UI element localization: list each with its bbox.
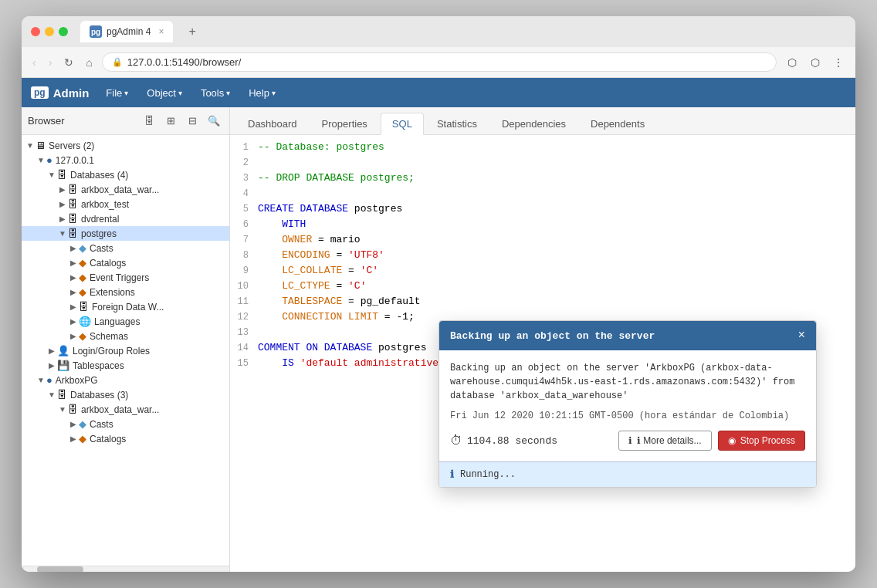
code-line-7: 7 OWNER = mario <box>230 234 855 249</box>
popup-actions: ⏱ 1104.88 seconds ℹ ℹ More details... ◉ <box>450 431 805 451</box>
sidebar-title: Browser <box>28 115 137 127</box>
title-bar: pg pgAdmin 4 × + <box>22 16 855 47</box>
content-tabs: Dashboard Properties SQL Statistics Depe… <box>230 107 855 135</box>
tree-item-dvdrental[interactable]: ▶ 🗄 dvdrental <box>22 211 229 226</box>
tree-item-arkbox-data-war[interactable]: ▶ 🗄 arkbox_data_war... <box>22 182 229 197</box>
more-details-button[interactable]: ℹ ℹ More details... <box>618 431 712 451</box>
main-layout: Browser 🗄 ⊞ ⊟ 🔍 ▼ 🖥 Servers (2) ▼ ● <box>22 107 855 572</box>
forward-button[interactable]: › <box>46 53 56 72</box>
popup-running-bar: ℹ Running... <box>439 461 816 487</box>
address-bar: ‹ › ↻ ⌂ 🔒 127.0.0.1:51490/browser/ ⬡ ⬡ ⋮ <box>22 47 855 78</box>
tree-item-foreign-data[interactable]: ▶ 🗄 Foreign Data W... <box>22 299 229 314</box>
chevron-down-icon: ▾ <box>226 89 230 97</box>
tab-favicon: pg <box>90 25 102 38</box>
url-bar[interactable]: 🔒 127.0.0.1:51490/browser/ <box>102 52 777 72</box>
code-line-8: 8 ENCODING = 'UTF8' <box>230 249 855 265</box>
code-line-1: 1 -- Database: postgres <box>230 141 855 157</box>
tree-item-arkbox-test[interactable]: ▶ 🗄 arkbox_test <box>22 197 229 211</box>
tab-statistics[interactable]: Statistics <box>425 113 489 134</box>
traffic-lights <box>31 27 68 36</box>
lock-icon: 🔒 <box>112 57 123 67</box>
popup-message: Backing up an object on the server 'Arkb… <box>450 361 805 403</box>
sidebar-table-icon[interactable]: ⊟ <box>183 112 201 130</box>
tab-dependents[interactable]: Dependents <box>579 113 656 134</box>
minimize-window-button[interactable] <box>45 27 54 36</box>
tree-item-extensions[interactable]: ▶ ◆ Extensions <box>22 285 229 299</box>
browser-tab[interactable]: pg pgAdmin 4 × <box>80 21 173 42</box>
maximize-window-button[interactable] <box>59 27 68 36</box>
code-line-5: 5 CREATE DATABASE postgres <box>230 203 855 218</box>
popup-header: Backing up an object on the server × <box>439 321 816 350</box>
tree-item-event-triggers[interactable]: ▶ ◆ Event Triggers <box>22 270 229 285</box>
url-text: 127.0.0.1:51490/browser/ <box>127 56 767 68</box>
code-line-10: 10 LC_CTYPE = 'C' <box>230 280 855 296</box>
refresh-button[interactable]: ↻ <box>61 53 76 72</box>
logo-badge: pg <box>31 86 49 99</box>
sidebar-grid-icon[interactable]: ⊞ <box>161 112 180 130</box>
menu-file[interactable]: File ▾ <box>98 83 136 103</box>
stop-process-button[interactable]: ◉ Stop Process <box>718 431 805 451</box>
code-line-9: 9 LC_COLLATE = 'C' <box>230 265 855 280</box>
menu-icon[interactable]: ⋮ <box>829 53 848 72</box>
sql-editor[interactable]: 1 -- Database: postgres 2 3 -- DROP DATA… <box>230 135 855 572</box>
info-icon: ℹ <box>628 435 632 446</box>
code-line-6: 6 WITH <box>230 218 855 234</box>
running-label: Running... <box>460 469 516 480</box>
chevron-down-icon: ▾ <box>272 89 276 97</box>
code-line-2: 2 <box>230 157 855 172</box>
tree-item-arkbox-databases[interactable]: ▼ 🗄 Databases (3) <box>22 387 229 402</box>
popup-timestamp: Fri Jun 12 2020 10:21:15 GMT-0500 (hora … <box>450 411 805 421</box>
tab-dependencies[interactable]: Dependencies <box>490 113 577 134</box>
tree-item-tablespaces[interactable]: ▶ 💾 Tablespaces <box>22 358 229 373</box>
timer-section: ⏱ 1104.88 seconds <box>450 434 557 448</box>
tab-label: pgAdmin 4 <box>107 26 151 37</box>
tree-item-arkboxpg[interactable]: ▼ ● ArkboxPG <box>22 373 229 387</box>
backup-popup: Backing up an object on the server × Bac… <box>438 320 817 488</box>
close-window-button[interactable] <box>31 27 40 36</box>
new-tab-button[interactable]: + <box>184 23 200 40</box>
tree-item-casts[interactable]: ▶ ◆ Casts <box>22 241 229 255</box>
browser-toolbar: ⬡ ⬡ ⋮ <box>783 53 848 72</box>
tree-item-arkbox-catalogs[interactable]: ▶ ◆ Catalogs <box>22 431 229 446</box>
sidebar-search-icon[interactable]: 🔍 <box>205 112 223 130</box>
code-line-4: 4 <box>230 188 855 203</box>
tree-item-postgres[interactable]: ▼ 🗄 postgres <box>22 226 229 241</box>
code-line-11: 11 TABLESPACE = pg_default <box>230 296 855 311</box>
tab-dashboard[interactable]: Dashboard <box>236 113 309 134</box>
app-content: pg Admin File ▾ Object ▾ Tools ▾ Help ▾ <box>22 78 855 572</box>
running-info-icon: ℹ <box>450 468 454 481</box>
sidebar-header: Browser 🗄 ⊞ ⊟ 🔍 <box>22 107 229 135</box>
tab-properties[interactable]: Properties <box>310 113 379 134</box>
popup-title: Backing up an object on the server <box>450 330 655 342</box>
extensions-icon[interactable]: ⬡ <box>783 53 801 72</box>
tree-item-schemas[interactable]: ▶ ◆ Schemas <box>22 329 229 343</box>
menu-help[interactable]: Help ▾ <box>241 83 283 103</box>
chevron-down-icon: ▾ <box>124 89 128 97</box>
tree-view: ▼ 🖥 Servers (2) ▼ ● 127.0.0.1 ▼ 🗄 Databa… <box>22 135 229 566</box>
sidebar-scrollbar[interactable] <box>22 566 229 572</box>
back-button[interactable]: ‹ <box>29 53 39 72</box>
menu-tools[interactable]: Tools ▾ <box>193 83 238 103</box>
code-line-3: 3 -- DROP DATABASE postgres; <box>230 172 855 188</box>
tree-item-languages[interactable]: ▶ 🌐 Languages <box>22 314 229 329</box>
account-icon[interactable]: ⬡ <box>806 53 825 72</box>
tree-item-servers[interactable]: ▼ 🖥 Servers (2) <box>22 138 229 153</box>
tree-item-arkbox-casts[interactable]: ▶ ◆ Casts <box>22 417 229 431</box>
pgadmin-logo: pg Admin <box>31 86 89 100</box>
tree-item-127001[interactable]: ▼ ● 127.0.0.1 <box>22 153 229 167</box>
menu-object[interactable]: Object ▾ <box>139 83 190 103</box>
logo-text: Admin <box>53 86 90 100</box>
pgadmin-header: pg Admin File ▾ Object ▾ Tools ▾ Help ▾ <box>22 78 855 107</box>
tree-item-catalogs[interactable]: ▶ ◆ Catalogs <box>22 255 229 270</box>
chevron-down-icon: ▾ <box>178 89 182 97</box>
tab-close-button[interactable]: × <box>158 26 164 37</box>
timer-icon: ⏱ <box>450 434 462 448</box>
home-button[interactable]: ⌂ <box>83 53 95 72</box>
sidebar-db-icon[interactable]: 🗄 <box>140 112 158 130</box>
content-area: Dashboard Properties SQL Statistics Depe… <box>230 107 855 572</box>
tree-item-databases[interactable]: ▼ 🗄 Databases (4) <box>22 167 229 182</box>
tab-sql[interactable]: SQL <box>381 113 424 135</box>
popup-close-button[interactable]: × <box>797 329 805 343</box>
tree-item-arkbox-db[interactable]: ▼ 🗄 arkbox_data_war... <box>22 402 229 417</box>
tree-item-login-group-roles[interactable]: ▶ 👤 Login/Group Roles <box>22 343 229 358</box>
